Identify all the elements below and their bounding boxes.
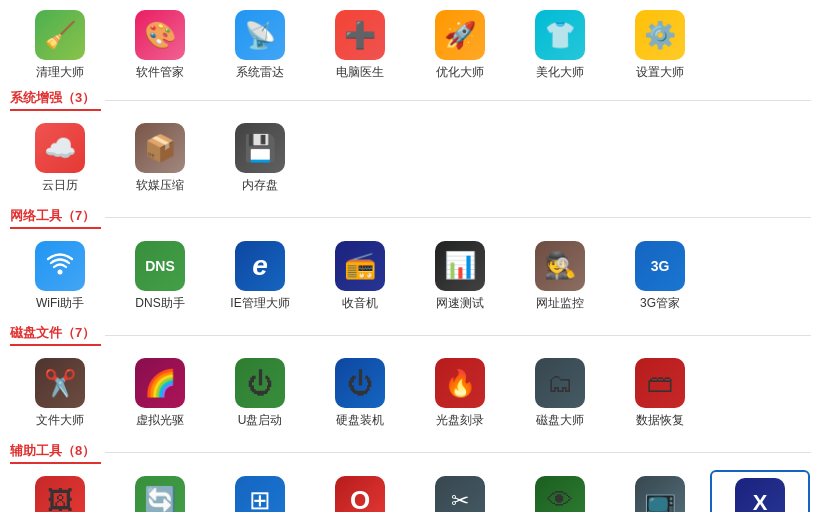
app-icon-云日历[interactable]: ☁️云日历 [10, 117, 110, 196]
icon-label: IE管理大师 [230, 296, 289, 310]
icon-image: DNS [135, 241, 185, 291]
icon-label: 清理大师 [36, 65, 84, 79]
app-icon-WiFi助手[interactable]: WiFi助手 [10, 235, 110, 314]
app-icon-屏幕检测[interactable]: 📺屏幕检测 [610, 470, 710, 512]
section-header: 辅助工具（8） [10, 442, 811, 464]
icon-image: 🕵 [535, 241, 585, 291]
section-divider [105, 100, 811, 101]
icon-label: U盘启动 [238, 413, 283, 427]
app-icon-一键护眼[interactable]: 👁一键护眼 [510, 470, 610, 512]
top-row: 🧹 清理大师 🎨 软件管家 📡 系统雷达 ➕ 电脑医生 🚀 优化大师 👕 美化大… [0, 0, 821, 83]
icon-image: 📦 [135, 123, 185, 173]
icon-grid: ☁️云日历📦软媒压缩💾内存盘 [10, 117, 811, 196]
icon-label: DNS助手 [135, 296, 184, 310]
section-header: 系统增强（3） [10, 89, 811, 111]
icon-image: 🔄 [135, 476, 185, 512]
icon-grid: 🖼图标大师🔄内存整理⊞WindowsOOffice✂Windows👁一键护眼📺屏… [10, 470, 811, 512]
icon-label: 美化大师 [536, 65, 584, 79]
section-divider [105, 335, 811, 336]
icon-image: ⏻ [335, 358, 385, 408]
icon-label: WiFi助手 [36, 296, 84, 310]
app-icon-网址监控[interactable]: 🕵网址监控 [510, 235, 610, 314]
icon-image: ⚙️ [635, 10, 685, 60]
icon-grid: WiFi助手DNSDNS助手eIE管理大师📻收音机📊网速测试🕵网址监控3G3G管… [10, 235, 811, 314]
icon-label: 磁盘大师 [536, 413, 584, 427]
icon-label: 云日历 [42, 178, 78, 192]
section-assist-tools: 辅助工具（8）🖼图标大师🔄内存整理⊞WindowsOOffice✂Windows… [0, 436, 821, 512]
icon-label: 电脑医生 [336, 65, 384, 79]
section-divider [105, 217, 811, 218]
app-icon-清理大师[interactable]: 🧹 清理大师 [10, 4, 110, 83]
app-icon-Windows[interactable]: ⊞Windows [210, 470, 310, 512]
section-title: 磁盘文件（7） [10, 324, 101, 346]
app-icon-虚拟光驱[interactable]: 🌈虚拟光驱 [110, 352, 210, 431]
icon-image: e [235, 241, 285, 291]
app-icon-软媒压缩[interactable]: 📦软媒压缩 [110, 117, 210, 196]
icon-image: ☁️ [35, 123, 85, 173]
app-icon-优化大师[interactable]: 🚀 优化大师 [410, 4, 510, 83]
section-network-tools: 网络工具（7） WiFi助手DNSDNS助手eIE管理大师📻收音机📊网速测试🕵网… [0, 201, 821, 318]
icon-image: 🧹 [35, 10, 85, 60]
app-icon-Windows[interactable]: ✂Windows [410, 470, 510, 512]
app-icon-内存盘[interactable]: 💾内存盘 [210, 117, 310, 196]
icon-label: 数据恢复 [636, 413, 684, 427]
app-icon-磁盘大师[interactable]: 🗂磁盘大师 [510, 352, 610, 431]
svg-point-0 [58, 269, 63, 274]
section-header: 网络工具（7） [10, 207, 811, 229]
section-system-enhance: 系统增强（3）☁️云日历📦软媒压缩💾内存盘 [0, 83, 821, 200]
icon-image: ✂️ [35, 358, 85, 408]
icon-image: 🗃 [635, 358, 685, 408]
icon-image: 3G [635, 241, 685, 291]
app-icon-3G管家[interactable]: 3G3G管家 [610, 235, 710, 314]
app-icon-硬盘装机[interactable]: ⏻硬盘装机 [310, 352, 410, 431]
app-icon-光盘刻录[interactable]: 🔥光盘刻录 [410, 352, 510, 431]
app-icon-文件大师[interactable]: ✂️文件大师 [10, 352, 110, 431]
icon-image: ⏻ [235, 358, 285, 408]
icon-image: ➕ [335, 10, 385, 60]
icon-image: 👁 [535, 476, 585, 512]
icon-image: ⊞ [235, 476, 285, 512]
icon-label: 硬盘装机 [336, 413, 384, 427]
icon-image: 📺 [635, 476, 685, 512]
app-icon-DNS助手[interactable]: DNSDNS助手 [110, 235, 210, 314]
app-icon-数据恢复[interactable]: 🗃数据恢复 [610, 352, 710, 431]
icon-image: 📻 [335, 241, 385, 291]
icon-image: 🔥 [435, 358, 485, 408]
section-header: 磁盘文件（7） [10, 324, 811, 346]
icon-label: 收音机 [342, 296, 378, 310]
icon-label: 优化大师 [436, 65, 484, 79]
section-title: 系统增强（3） [10, 89, 101, 111]
app-icon-图标大师[interactable]: 🖼图标大师 [10, 470, 110, 512]
app-icon-美化大师[interactable]: 👕 美化大师 [510, 4, 610, 83]
app-icon-U盘启动[interactable]: ⏻U盘启动 [210, 352, 310, 431]
app-icon-软件管家[interactable]: 🎨 软件管家 [110, 4, 210, 83]
app-icon-内存整理[interactable]: 🔄内存整理 [110, 470, 210, 512]
icon-label: 内存盘 [242, 178, 278, 192]
icon-label: 软媒压缩 [136, 178, 184, 192]
section-title: 网络工具（7） [10, 207, 101, 229]
icon-label: 网址监控 [536, 296, 584, 310]
app-icon-设置大师[interactable]: ⚙️ 设置大师 [610, 4, 710, 83]
app-icon-电脑医生[interactable]: ➕ 电脑医生 [310, 4, 410, 83]
app-icon-蓝屏助手[interactable]: X蓝屏助手 [710, 470, 810, 512]
icon-label: 虚拟光驱 [136, 413, 184, 427]
icon-label: 系统雷达 [236, 65, 284, 79]
icon-label: 软件管家 [136, 65, 184, 79]
icon-image: 🚀 [435, 10, 485, 60]
icon-image: O [335, 476, 385, 512]
section-disk-file: 磁盘文件（7）✂️文件大师🌈虚拟光驱⏻U盘启动⏻硬盘装机🔥光盘刻录🗂磁盘大师🗃数… [0, 318, 821, 435]
icon-label: 3G管家 [640, 296, 680, 310]
app-icon-系统雷达[interactable]: 📡 系统雷达 [210, 4, 310, 83]
app-icon-网速测试[interactable]: 📊网速测试 [410, 235, 510, 314]
icon-label: 光盘刻录 [436, 413, 484, 427]
app-icon-IE管理大师[interactable]: eIE管理大师 [210, 235, 310, 314]
section-divider [105, 452, 811, 453]
app-icon-收音机[interactable]: 📻收音机 [310, 235, 410, 314]
icon-image: X [735, 478, 785, 512]
icon-image: 🌈 [135, 358, 185, 408]
icon-image: 📡 [235, 10, 285, 60]
icon-image: 📊 [435, 241, 485, 291]
app-icon-Office[interactable]: OOffice [310, 470, 410, 512]
icon-image: 👕 [535, 10, 585, 60]
icon-label: 文件大师 [36, 413, 84, 427]
